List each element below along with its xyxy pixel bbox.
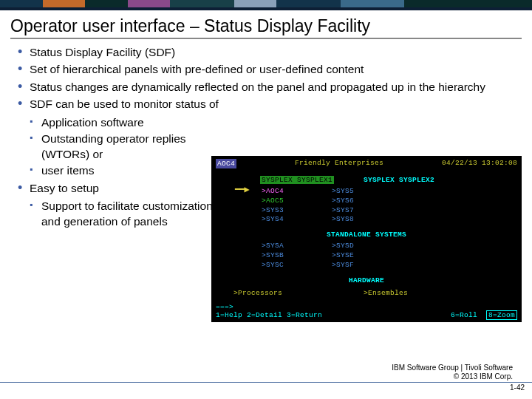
terminal-entry: >AOC4 [262,187,284,195]
terminal-entry: >SYSE [332,251,354,261]
terminal-column: >SYS5 >SYS6 >SYS7 >SYS8 [332,187,354,225]
terminal-screenshot: AOC4 Friendly Enterprises 04/22/13 13:02… [211,156,522,322]
footer-divider [0,382,532,383]
terminal-entry: >SYSB [262,251,284,261]
terminal-sysplex-2: SYSPLEX SYSPLEX2 [364,176,434,184]
sub-bullet-list: Application software Outstanding operato… [30,115,222,179]
bullet-item: Status changes are dynamically reflected… [18,80,519,95]
terminal-entry: >SYS5 [332,187,354,197]
terminal-fn-keys: 1=Help 2=Detail 3=Return 6=Roll 8=Zoom [216,311,517,319]
footer: IBM Software Group | Tivoli Software © 2… [392,364,513,381]
terminal-entry: >SYS7 [332,206,354,216]
terminal-entry: >Processors [233,289,282,297]
terminal-entry: >Ensembles [364,289,408,297]
terminal-sysplex-1: SYSPLEX SYSPLEX1 [260,176,334,184]
sub-bullet-item: Outstanding operator replies (WTORs) or [30,132,222,162]
terminal-fn-right: 8=Zoom [486,310,517,320]
sub-bullet-item: Application software [30,115,222,130]
terminal-fn-mid: 6=Roll [451,311,477,319]
title-underline [10,38,522,39]
terminal-entry: >SYS6 [332,197,354,206]
footer-line-2: © 2013 IBM Corp. [392,372,513,381]
terminal-system-id: AOC4 [216,159,236,168]
terminal-standalone-columns: >SYSA >SYSB >SYSC >SYSD >SYSE >SYSF [216,242,517,270]
terminal-entry: >SYSD [332,242,354,251]
terminal-system-columns: >AOC4 >AOC5 >SYS3 >SYS4 >SYS5 >SYS6 >SYS… [216,187,517,225]
terminal-section-header: STANDALONE SYSTEMS [216,231,517,239]
footer-line-1: IBM Software Group | Tivoli Software [392,364,513,372]
terminal-entry: >SYSC [262,261,284,270]
terminal-section-header: HARDWARE [216,276,517,284]
bullet-text: Easy to setup [30,182,99,194]
terminal-column: >SYSA >SYSB >SYSC [262,242,284,270]
terminal-column: >AOC4 >AOC5 >SYS3 >SYS4 [262,187,284,225]
terminal-prompt: ===> [216,303,517,311]
terminal-entry: >SYS3 [262,206,284,216]
sub-bullet-item: Support to facilitate customization and … [30,199,222,229]
terminal-entry: >AOC5 [262,197,284,205]
decorative-top-band [0,0,532,10]
terminal-sysplex-row: SYSPLEX SYSPLEX1 SYSPLEX SYSPLEX2 [216,176,517,184]
terminal-entry: >SYSF [332,261,354,270]
bullet-item: Set of hierarchical panels with pre-defi… [18,62,519,77]
bullet-item: Status Display Facility (SDF) [18,45,519,60]
sub-bullet-list: Support to facilitate customization and … [30,199,222,229]
terminal-fn-left: 1=Help 2=Detail 3=Return [216,311,322,319]
arrow-icon: ━━▶ [235,184,249,195]
terminal-entry: >SYS8 [332,215,354,225]
terminal-timestamp: 04/22/13 13:02:08 [442,159,517,168]
terminal-footer: ===> 1=Help 2=Detail 3=Return 6=Roll 8=Z… [216,303,517,319]
page-number: 1-42 [510,383,525,392]
slide-title: Operator user interface – Status Display… [0,10,532,38]
terminal-hardware-row: >Processors >Ensembles [216,289,517,297]
terminal-column: >SYSD >SYSE >SYSF [332,242,354,270]
sub-bullet-item: user items [30,163,222,178]
terminal-header: AOC4 Friendly Enterprises 04/22/13 13:02… [216,159,517,168]
bullet-text: SDF can be used to monitor status of [30,98,219,110]
terminal-entry: >SYS4 [262,215,284,225]
terminal-entry: >SYSA [262,242,284,251]
terminal-title: Friendly Enterprises [236,159,442,168]
